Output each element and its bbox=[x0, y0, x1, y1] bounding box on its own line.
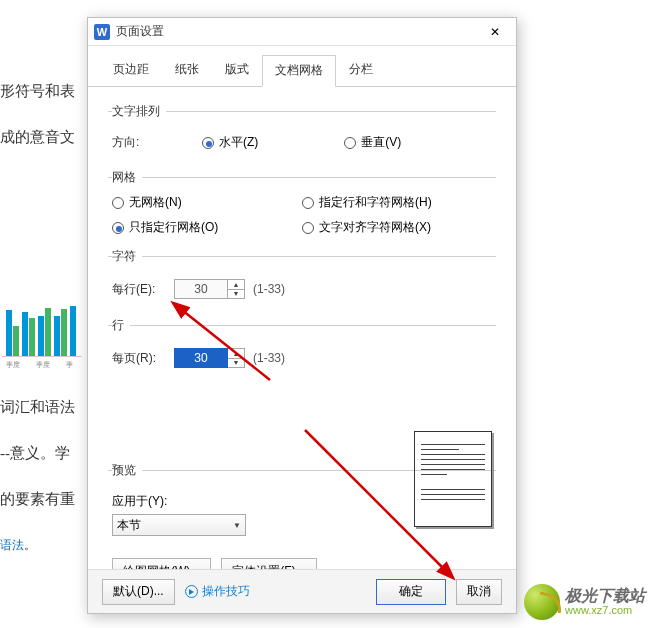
radio-dot-icon bbox=[302, 197, 314, 209]
group-lines-legend: 行 bbox=[112, 317, 130, 334]
play-icon bbox=[185, 585, 198, 598]
close-icon: ✕ bbox=[490, 25, 500, 39]
logo-en: www.xz7.com bbox=[565, 605, 645, 617]
apply-to-combo[interactable]: 本节 ▼ bbox=[112, 514, 246, 536]
radio-vertical[interactable]: 垂直(V) bbox=[344, 134, 401, 151]
bg-text: 词汇和语法 bbox=[0, 398, 75, 417]
spin-up-icon[interactable]: ▲ bbox=[228, 280, 244, 290]
lines-per-page-input[interactable] bbox=[174, 348, 228, 368]
chars-range: (1-33) bbox=[253, 282, 285, 296]
group-grid-legend: 网格 bbox=[112, 169, 142, 186]
orientation-label: 方向: bbox=[112, 134, 174, 151]
dialog-title: 页面设置 bbox=[116, 23, 164, 40]
spin-up-icon[interactable]: ▲ bbox=[228, 349, 244, 359]
apply-to-label: 应用于(Y): bbox=[112, 493, 167, 510]
tab-paper[interactable]: 纸张 bbox=[162, 54, 212, 86]
radio-dot-icon bbox=[202, 137, 214, 149]
radio-line-char-grid-label: 指定行和字符网格(H) bbox=[319, 194, 432, 211]
chars-per-line-stepper[interactable]: ▲▼ bbox=[174, 279, 245, 299]
cancel-button[interactable]: 取消 bbox=[456, 579, 502, 605]
radio-line-char-grid[interactable]: 指定行和字符网格(H) bbox=[302, 194, 468, 211]
close-button[interactable]: ✕ bbox=[480, 21, 510, 43]
radio-no-grid[interactable]: 无网格(N) bbox=[112, 194, 278, 211]
chars-per-line-label: 每行(E): bbox=[112, 281, 174, 298]
tab-doc-grid[interactable]: 文档网格 bbox=[262, 55, 336, 87]
page-preview bbox=[414, 431, 492, 527]
tab-layout[interactable]: 版式 bbox=[212, 54, 262, 86]
lines-per-page-label: 每页(R): bbox=[112, 350, 174, 367]
group-chars-legend: 字符 bbox=[112, 248, 142, 265]
chevron-down-icon: ▼ bbox=[233, 521, 241, 530]
app-icon: W bbox=[94, 24, 110, 40]
radio-align-char-grid-label: 文字对齐字符网格(X) bbox=[319, 219, 431, 236]
chars-per-line-input[interactable] bbox=[174, 279, 228, 299]
group-grid: 网格 无网格(N) 指定行和字符网格(H) 只指定行网格(O) 文字对齐字符网格… bbox=[108, 169, 496, 238]
radio-dot-icon bbox=[112, 222, 124, 234]
radio-dot-icon bbox=[302, 222, 314, 234]
page-setup-dialog: W 页面设置 ✕ 页边距 纸张 版式 文档网格 分栏 文字排列 方向: 水平(Z… bbox=[87, 17, 517, 614]
logo-cn: 极光下载站 bbox=[565, 588, 645, 605]
lines-per-page-stepper[interactable]: ▲▼ bbox=[174, 348, 245, 368]
group-chars: 字符 每行(E): ▲▼ (1-33) bbox=[108, 248, 496, 307]
bg-text: 形符号和表 bbox=[0, 82, 75, 101]
group-orientation-legend: 文字排列 bbox=[112, 103, 166, 120]
bg-text: 成的意音文 bbox=[0, 128, 75, 147]
logo-ball-icon bbox=[524, 584, 560, 620]
dialog-footer: 默认(D)... 操作技巧 确定 取消 bbox=[88, 569, 516, 613]
radio-horizontal[interactable]: 水平(Z) bbox=[202, 134, 258, 151]
chart-thumbnail: 季度 季度 季 bbox=[2, 296, 82, 366]
site-logo: 极光下载站 www.xz7.com bbox=[524, 584, 645, 620]
tab-bar: 页边距 纸张 版式 文档网格 分栏 bbox=[88, 46, 516, 87]
tips-link[interactable]: 操作技巧 bbox=[185, 583, 250, 600]
apply-to-value: 本节 bbox=[117, 517, 141, 534]
radio-horizontal-label: 水平(Z) bbox=[219, 134, 258, 151]
lines-range: (1-33) bbox=[253, 351, 285, 365]
bg-text: 的要素有重 bbox=[0, 490, 75, 509]
group-preview-legend: 预览 bbox=[112, 462, 142, 479]
bg-text: --意义。学 bbox=[0, 444, 70, 463]
radio-dot-icon bbox=[344, 137, 356, 149]
radio-vertical-label: 垂直(V) bbox=[361, 134, 401, 151]
group-lines: 行 每页(R): ▲▼ (1-33) bbox=[108, 317, 496, 376]
spin-down-icon[interactable]: ▼ bbox=[228, 359, 244, 368]
tab-margins[interactable]: 页边距 bbox=[100, 54, 162, 86]
radio-line-only-grid-label: 只指定行网格(O) bbox=[129, 219, 218, 236]
bg-text: 。 bbox=[24, 538, 36, 552]
group-orientation: 文字排列 方向: 水平(Z) 垂直(V) bbox=[108, 103, 496, 159]
spin-down-icon[interactable]: ▼ bbox=[228, 290, 244, 299]
radio-line-only-grid[interactable]: 只指定行网格(O) bbox=[112, 219, 278, 236]
radio-align-char-grid[interactable]: 文字对齐字符网格(X) bbox=[302, 219, 468, 236]
tips-label: 操作技巧 bbox=[202, 583, 250, 600]
radio-dot-icon bbox=[112, 197, 124, 209]
tab-columns[interactable]: 分栏 bbox=[336, 54, 386, 86]
ok-button[interactable]: 确定 bbox=[376, 579, 446, 605]
radio-no-grid-label: 无网格(N) bbox=[129, 194, 182, 211]
titlebar: W 页面设置 ✕ bbox=[88, 18, 516, 46]
bg-link-grammar[interactable]: 语法 bbox=[0, 538, 24, 552]
default-button[interactable]: 默认(D)... bbox=[102, 579, 175, 605]
